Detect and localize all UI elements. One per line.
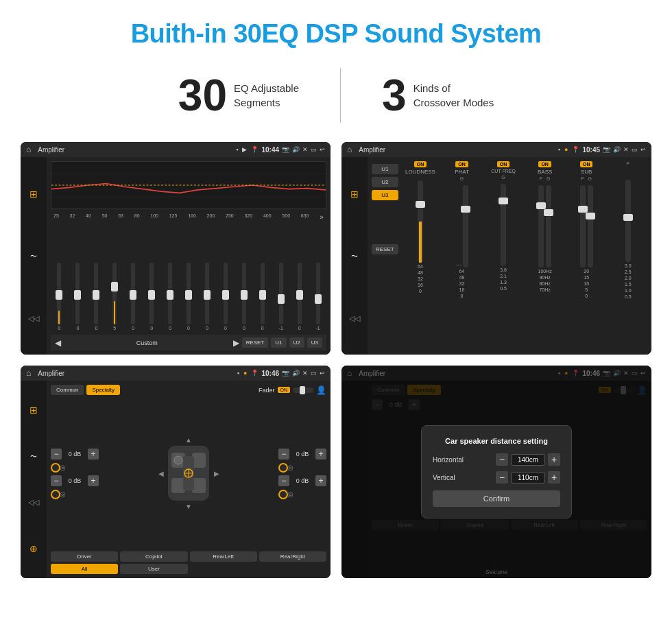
left-top-minus[interactable]: − (51, 449, 62, 460)
spec-user-btn[interactable]: User (120, 564, 187, 574)
left-bot-plus[interactable]: + (88, 475, 99, 486)
screen-icon-2[interactable]: ▭ (632, 146, 638, 153)
eq-sliders-icon[interactable]: ⊞ (29, 189, 38, 200)
eq-track-5[interactable] (149, 263, 154, 324)
preset-u3-btn[interactable]: U3 (372, 190, 398, 200)
eq-track-9[interactable] (224, 263, 228, 324)
ch-cutfreq-track[interactable] (501, 184, 506, 266)
speaker-dot-fr[interactable] (278, 463, 288, 473)
home-icon-3[interactable]: ⌂ (26, 368, 31, 378)
home-icon-2[interactable]: ⌂ (347, 145, 352, 154)
spec-copilot-btn[interactable]: Copilot (120, 551, 187, 562)
ch-loudness-thumb[interactable] (416, 201, 425, 208)
ch-loudness-on[interactable]: ON (414, 161, 427, 167)
spec-rearright-btn[interactable]: RearRight (259, 551, 326, 562)
ch-bass-thumb2[interactable] (544, 209, 553, 216)
ch-phat-track[interactable] (463, 185, 468, 267)
eq-next-btn[interactable]: ▶ (233, 338, 239, 348)
left-top-plus[interactable]: + (88, 449, 99, 460)
speaker-dot-fl[interactable] (51, 463, 60, 473)
eq-track-8[interactable] (205, 263, 209, 324)
eq-track-3[interactable] (112, 263, 117, 324)
eq-track-14[interactable] (316, 263, 320, 324)
screen-icon-1[interactable]: ▭ (311, 146, 317, 153)
eq-track-11[interactable] (261, 263, 265, 324)
spec-all-btn[interactable]: All (51, 564, 118, 574)
ch-sub-on[interactable]: ON (580, 161, 593, 167)
dialog-confirm-button[interactable]: Confirm (433, 490, 560, 507)
speaker-dot-rl[interactable] (51, 490, 60, 499)
eq-track-7[interactable] (187, 263, 191, 324)
dialog-horizontal-minus[interactable]: − (496, 453, 508, 466)
eq-label-4: 63 (118, 213, 123, 221)
spec-eq-icon[interactable]: ⊞ (29, 405, 38, 416)
right-top-minus[interactable]: − (278, 449, 289, 460)
profile-icon[interactable]: 👤 (316, 385, 326, 395)
left-bot-minus[interactable]: − (51, 475, 62, 486)
back-icon-3[interactable]: ↩ (320, 370, 325, 377)
ch-bass-freq3: 80Hz (539, 281, 550, 286)
right-bot-plus[interactable]: + (315, 475, 326, 486)
close-icon-3[interactable]: ✕ (302, 370, 308, 377)
fader-on-badge[interactable]: ON (278, 387, 291, 393)
eq-track-12[interactable] (279, 263, 283, 324)
ch-sub-thumb1[interactable] (578, 206, 588, 213)
eq-track-1[interactable] (75, 263, 80, 324)
eq-u2-btn[interactable]: U2 (289, 337, 304, 348)
ch-cutfreq-on[interactable]: ON (497, 161, 510, 167)
ch-extra-track[interactable] (625, 180, 631, 262)
eq-track-2[interactable] (94, 263, 98, 324)
screen-icon-3[interactable]: ▭ (311, 370, 317, 377)
spec-common-tab[interactable]: Common (51, 385, 84, 395)
dialog-vertical-plus[interactable]: + (548, 471, 560, 484)
close-icon-1[interactable]: ✕ (302, 146, 308, 153)
ch-sub-track2[interactable] (588, 185, 593, 267)
close-icon-2[interactable]: ✕ (623, 146, 629, 153)
preset-u1-btn[interactable]: U1 (372, 164, 398, 174)
eq-track-6[interactable] (168, 263, 172, 324)
ch-cutfreq-thumb[interactable] (499, 198, 508, 204)
preset-u2-btn[interactable]: U2 (372, 177, 398, 187)
ch-extra-thumb[interactable] (623, 214, 633, 221)
ch-bass-thumb1[interactable] (536, 202, 546, 209)
eq-track-13[interactable] (298, 263, 302, 324)
eq-speaker-icon[interactable]: ◁◁ (28, 314, 39, 323)
play-icon-1[interactable]: ▶ (242, 146, 247, 153)
eq-track-0[interactable] (57, 263, 61, 324)
ch-bass-track2[interactable] (546, 185, 551, 267)
home-icon-1[interactable]: ⌂ (26, 145, 31, 154)
right-top-plus[interactable]: + (315, 449, 326, 460)
back-icon-1[interactable]: ↩ (320, 146, 325, 153)
ch-loudness-track[interactable] (418, 180, 423, 263)
eq-u1-btn[interactable]: U1 (271, 337, 286, 348)
eq-track-10[interactable] (242, 263, 246, 324)
crossover-eq-icon[interactable]: ⊞ (350, 189, 359, 200)
ch-bass-track1[interactable] (538, 185, 544, 267)
eq-u3-btn[interactable]: U3 (307, 337, 322, 348)
spec-rearleft-btn[interactable]: RearLeft (190, 551, 257, 562)
ch-sub-track1[interactable] (580, 185, 586, 267)
spec-bt-icon[interactable]: ⊕ (29, 543, 38, 554)
spec-driver-btn[interactable]: Driver (51, 551, 118, 562)
ch-phat-thumb[interactable] (461, 206, 470, 213)
crossover-spk-icon[interactable]: ◁◁ (349, 314, 360, 323)
eq-reset-btn[interactable]: RESET (242, 337, 269, 348)
fader-track[interactable] (293, 387, 313, 393)
crossover-reset-btn[interactable]: RESET (372, 244, 398, 254)
spec-spk-icon[interactable]: ◁◁ (28, 498, 39, 507)
spec-wave-icon[interactable]: 〜 (30, 452, 37, 462)
speaker-dot-rr[interactable] (278, 490, 288, 499)
eq-wave-icon[interactable]: 〜 (30, 252, 37, 261)
fader-thumb[interactable] (300, 386, 305, 394)
right-bot-minus[interactable]: − (278, 475, 289, 486)
eq-prev-btn[interactable]: ◀ (55, 338, 61, 348)
eq-track-4[interactable] (131, 263, 135, 324)
back-icon-2[interactable]: ↩ (640, 146, 646, 153)
ch-phat-on[interactable]: ON (455, 161, 468, 167)
dialog-horizontal-plus[interactable]: + (548, 453, 560, 466)
ch-sub-thumb2[interactable] (586, 213, 595, 219)
ch-bass-on[interactable]: ON (538, 161, 551, 167)
crossover-wave-icon[interactable]: 〜 (351, 252, 358, 261)
dialog-vertical-minus[interactable]: − (496, 471, 508, 484)
spec-specialty-tab[interactable]: Specialty (86, 385, 119, 395)
